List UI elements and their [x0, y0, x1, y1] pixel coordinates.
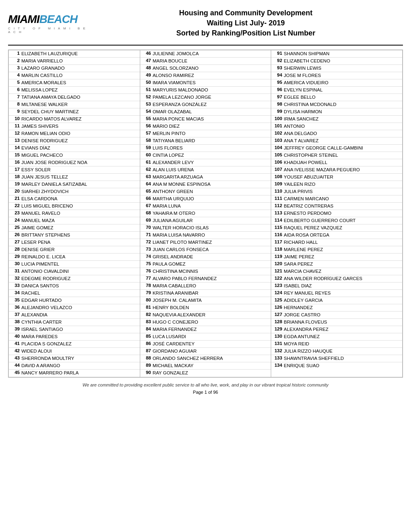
entry-name: ANA DELGADO [284, 131, 317, 137]
entry-name: DENISE GRIER [21, 247, 54, 253]
entry-number: 6 [10, 87, 21, 92]
entry-number: 85 [141, 334, 153, 339]
entry-number: 16 [10, 160, 21, 164]
list-item: 114EDILBERTO GUERRERO COURT [271, 217, 402, 224]
entry-number: 98 [272, 102, 284, 106]
list-item: 23MANUEL RAVELO [9, 210, 140, 217]
entry-number: 49 [141, 73, 153, 77]
list-item: 78MARIA CABALLERO [140, 283, 271, 290]
list-item: 34RACHEL [9, 290, 140, 297]
list-item: 44DAVID A ARANGO [9, 362, 140, 370]
list-item: 98CHRISTINA MCDONALD [271, 101, 402, 108]
entry-number: 61 [141, 160, 153, 164]
entry-name: ELIZABETH LAUZURIQUE [21, 51, 78, 57]
list-item: 102ANA DELGADO [271, 130, 402, 137]
list-item: 56MÁRIO DIEZ [140, 123, 271, 130]
list-item: 107ANA IVELISSE MAZARA PEGUERO [271, 166, 402, 174]
entry-number: 23 [10, 210, 21, 215]
entry-name: JAIME PEREZ [284, 254, 314, 260]
entry-number: 113 [272, 210, 284, 215]
entry-number: 131 [272, 341, 284, 346]
entry-number: 29 [10, 254, 21, 259]
list-item: 85LUCA LUSARDI [140, 333, 271, 341]
list-item: 106KHADIJAH POWELL [271, 159, 402, 166]
list-item: 4MARLIN CASTILLO [9, 72, 140, 79]
list-content: 1ELIZABETH LAUZURIQUE2MARIA VARRIELLO3LA… [8, 50, 403, 378]
entry-number: 86 [141, 341, 153, 346]
list-item: 75PAULA GOMEZ [140, 261, 271, 268]
list-item: 6MELISSA LOPEZ [9, 87, 140, 94]
list-item: 43SHERRONDA MOULTRY [9, 355, 140, 362]
entry-number: 79 [141, 290, 153, 295]
list-item: 87GIORDANO AGUIAR [140, 348, 271, 355]
list-item: 112BEATRIZ CONTRERAS [271, 203, 402, 210]
entry-name: SEYDEL CHUY MARTINEZ [21, 109, 79, 115]
entry-name: ALAN LUIS URENA [153, 167, 194, 173]
entry-number: 121 [272, 268, 284, 273]
list-item: 111CARMEN MARCANO [271, 195, 402, 203]
list-item: 37ALEXANDIA [9, 312, 140, 319]
entry-number: 109 [272, 181, 284, 186]
list-item: 80JOSEPH M. CALAMITA [140, 297, 271, 304]
entry-number: 25 [10, 225, 21, 230]
entry-name: CYNTHIA CARTER [21, 319, 62, 325]
entry-name: BRIANNA FLOVEUS [284, 319, 327, 325]
entry-number: 97 [272, 94, 284, 99]
list-item: 50IMARA VIAMONTES [140, 79, 271, 87]
entry-number: 92 [272, 58, 284, 63]
list-item: 109YAILEEN RIZO [271, 181, 402, 188]
list-item: 47MARIA BOUCLE [140, 58, 271, 65]
list-item: 92ELIZABETH CEDENO [271, 58, 402, 65]
entry-number: 50 [141, 80, 153, 85]
entry-number: 132 [272, 348, 284, 353]
list-item: 53ESPERANZA GONZÁLEZ [140, 101, 271, 108]
entry-number: 4 [10, 73, 21, 77]
entry-name: PAMELA LEZCANO JORGE [153, 94, 212, 100]
footer-tagline: We are committed to providing excellent … [8, 382, 403, 387]
entry-name: JAMES SHIVERS [21, 123, 58, 129]
list-item: 7TATIANA AMAYA DELGADO [9, 94, 140, 101]
entry-name: JOSÉ CARDENTEY [153, 341, 195, 347]
list-item: 41PLACIDA S GONZALEZ [9, 341, 140, 348]
entry-name: MICHAEL MACKAY [153, 363, 194, 369]
entry-number: 14 [10, 145, 21, 150]
list-item: 97EGLEE BELLO [271, 94, 402, 101]
entry-name: RAMON MELIAN ODIO [21, 131, 70, 137]
list-item: 29REINALDO E. LICEA [9, 254, 140, 261]
entry-name: MELISSA LOPEZ [21, 87, 58, 93]
list-item: 10RICARDO MATOS ALVAREZ [9, 116, 140, 123]
entry-number: 1 [10, 51, 21, 56]
entry-name: WALTER HORACIO ISLAS [153, 225, 209, 231]
column-3: 91SHANNON SHIPMAN92ELIZABETH CEDENO93SHE… [271, 50, 403, 377]
entry-name: IRMA SANCHEZ [284, 116, 318, 122]
entry-number: 64 [141, 181, 153, 186]
list-item: 8MILTANESE WALKER [9, 101, 140, 108]
entry-name: HUGO C CONEJERO [153, 319, 198, 325]
entry-number: 123 [272, 283, 284, 288]
entry-number: 10 [10, 116, 21, 121]
list-item: 48ANGEL SOLORZANO [140, 65, 271, 72]
entry-number: 115 [272, 225, 284, 230]
entry-number: 83 [141, 319, 153, 324]
list-item: 103ANA T ALVAREZ [271, 137, 402, 145]
entry-number: 105 [272, 152, 284, 157]
logo-text: MIAMIBEACH [8, 13, 89, 26]
entry-name: ERNESTO PERDOMO [284, 210, 331, 216]
entry-name: MILTANESE WALKER [21, 102, 68, 108]
entry-name: JORGE CASTRO [284, 312, 320, 318]
page-title: Housing and Community Development Waitin… [89, 8, 403, 39]
entry-number: 44 [10, 363, 21, 368]
list-item: 117RICHARD HALL [271, 239, 402, 246]
list-item: 91SHANNON SHIPMAN [271, 50, 402, 58]
entry-name: WIDED ALOUI [21, 348, 52, 354]
entry-name: JULIA RIZZO HAUQUE [284, 348, 332, 354]
entry-name: NANCY MARRERO PARLA [21, 370, 79, 376]
list-item: 14EVIANS DÍAZ [9, 145, 140, 152]
list-item: 95AMERICA VIDUEIRO [271, 79, 402, 87]
entry-name: TATIYANA BELIARD [153, 138, 195, 144]
entry-name: GRISEL ANDRADE [153, 254, 193, 260]
entry-name: ANA IVELISSE MAZARA PEGUERO [284, 167, 360, 173]
list-item: 116AIDA ROSA ORTEGA [271, 232, 402, 239]
list-item: 9SEYDEL CHUY MARTINEZ [9, 108, 140, 116]
entry-number: 7 [10, 94, 21, 99]
